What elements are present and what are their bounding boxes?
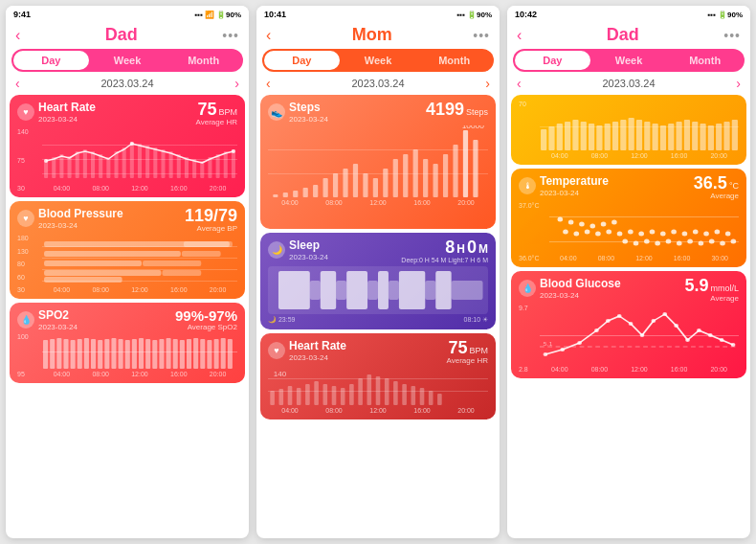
bp-header: ♥ Blood Pressure 2023-03-24 119/79 Avera… (17, 207, 237, 233)
svg-rect-131 (437, 394, 442, 405)
svg-point-190 (709, 239, 715, 244)
svg-point-205 (685, 338, 690, 342)
glucose-sub: Average (684, 294, 739, 303)
svg-rect-154 (708, 125, 714, 150)
bp-x-3: 12:00 (131, 286, 148, 293)
svg-rect-87 (393, 159, 398, 197)
svg-point-182 (622, 239, 628, 244)
phone-header-2: ‹ Mom ••• (256, 23, 500, 47)
svg-rect-72 (228, 339, 233, 369)
temp-y-high: 37.0°C (519, 202, 545, 209)
bp-value: 119/79 (185, 207, 237, 224)
steps-unit: Steps (466, 107, 488, 117)
svg-rect-66 (187, 339, 191, 369)
hr-x-3: 12:00 (131, 185, 148, 192)
sleep-header: 🌙 Sleep 2023-03-24 8 H 0 M De (268, 238, 488, 263)
svg-rect-136 (565, 122, 570, 150)
hr-y-30: 30 (17, 185, 38, 192)
hr2-sub: Average HR (447, 356, 488, 365)
blood-pressure-card: ♥ Blood Pressure 2023-03-24 119/79 Avera… (10, 201, 245, 299)
date-next-3[interactable]: › (736, 76, 741, 91)
svg-rect-141 (605, 124, 611, 150)
date-next-1[interactable]: › (234, 76, 239, 91)
svg-rect-137 (572, 120, 578, 150)
sleep-time-labels: 🌙 23:59 08:10 ☀ (268, 316, 488, 324)
svg-rect-143 (620, 120, 626, 150)
svg-point-164 (601, 222, 607, 227)
heart-rate-x-labels: 04:00 08:00 12:00 16:00 20:00 (42, 185, 237, 192)
tab-bar-1: Day Week Month (11, 49, 243, 72)
svg-rect-91 (434, 164, 438, 197)
svg-rect-27 (232, 149, 235, 178)
svg-point-208 (720, 338, 724, 342)
steps-x-3: 12:00 (369, 199, 387, 206)
bp-chart (42, 237, 237, 284)
glucose-unit: mmol/L (710, 283, 739, 293)
svg-rect-98 (321, 271, 336, 309)
heart-rate-card-2: ♥ Heart Rate 2023-03-24 75 BPM Average H… (260, 333, 496, 419)
tab-month-1[interactable]: Month (166, 51, 241, 70)
steps-icon: 👟 (268, 103, 285, 121)
tab-day-1[interactable]: Day (13, 51, 89, 70)
date-next-2[interactable]: › (485, 76, 490, 91)
svg-rect-55 (111, 338, 116, 369)
svg-rect-75 (273, 194, 278, 197)
svg-point-30 (232, 149, 235, 153)
svg-rect-13 (122, 147, 126, 178)
more-options-2[interactable]: ••• (473, 28, 490, 43)
svg-rect-4 (52, 157, 56, 178)
svg-rect-83 (353, 164, 358, 197)
temp-chart (549, 205, 739, 253)
svg-rect-90 (423, 159, 428, 197)
sleep-label: Sleep (289, 238, 328, 252)
svg-rect-125 (385, 378, 389, 405)
tab-week-3[interactable]: Week (591, 51, 667, 70)
tab-month-2[interactable]: Month (416, 51, 492, 70)
heart-rate-chart (42, 130, 237, 183)
svg-rect-119 (332, 386, 337, 405)
svg-point-162 (579, 222, 585, 227)
sleep-date: 2023-03-24 (289, 253, 328, 261)
tab-week-2[interactable]: Week (341, 51, 416, 70)
svg-rect-14 (130, 142, 134, 178)
svg-rect-46 (50, 339, 55, 369)
svg-point-183 (634, 241, 639, 246)
spo2-y-100: 100 (17, 333, 38, 340)
svg-point-201 (640, 333, 645, 337)
svg-rect-48 (63, 339, 68, 369)
sleep-hours: 8 (445, 238, 455, 256)
more-options-1[interactable]: ••• (222, 28, 239, 43)
tab-month-3[interactable]: Month (667, 51, 743, 70)
date-prev-2[interactable]: ‹ (266, 76, 271, 91)
steps-x-1: 04:00 (281, 199, 299, 206)
glucose-header: 💧 Blood Glucose 2023-03-24 5.9 mmol/L Av… (519, 277, 739, 303)
svg-rect-33 (42, 269, 237, 270)
glucose-value-group: 5.9 mmol/L Average (684, 277, 739, 303)
spo2-card: 💧 SPO2 2023-03-24 99%-97% Average SpO2 (10, 303, 245, 383)
time-2: 10:41 (264, 10, 286, 19)
more-options-3[interactable]: ••• (723, 28, 741, 43)
svg-rect-114 (288, 386, 293, 405)
bp-x-2: 08:00 (92, 286, 109, 293)
svg-rect-128 (411, 386, 416, 405)
status-icons-3: ▪▪▪ 🔋90% (707, 11, 743, 19)
svg-rect-106 (389, 281, 399, 300)
date-prev-3[interactable]: ‹ (517, 76, 522, 91)
tab-week-1[interactable]: Week (90, 51, 166, 70)
svg-rect-153 (700, 124, 705, 150)
date-prev-1[interactable]: ‹ (15, 76, 20, 91)
spo2-chart: // Generate bars via SVG rects (42, 335, 237, 369)
sm-x-2: 08:00 (591, 152, 609, 159)
tab-day-3[interactable]: Day (515, 51, 590, 70)
svg-rect-47 (56, 338, 61, 369)
svg-point-188 (687, 239, 693, 244)
svg-rect-115 (297, 388, 301, 405)
blood-glucose-card: 💧 Blood Glucose 2023-03-24 5.9 mmol/L Av… (511, 271, 746, 378)
cards-container-2: 👟 Steps 2023-03-24 4199 Steps (256, 93, 500, 538)
svg-rect-42 (143, 261, 201, 266)
svg-rect-63 (167, 338, 171, 369)
svg-rect-71 (221, 338, 226, 369)
tab-day-2[interactable]: Day (264, 51, 340, 70)
svg-rect-129 (420, 388, 425, 405)
svg-rect-15 (138, 144, 142, 178)
